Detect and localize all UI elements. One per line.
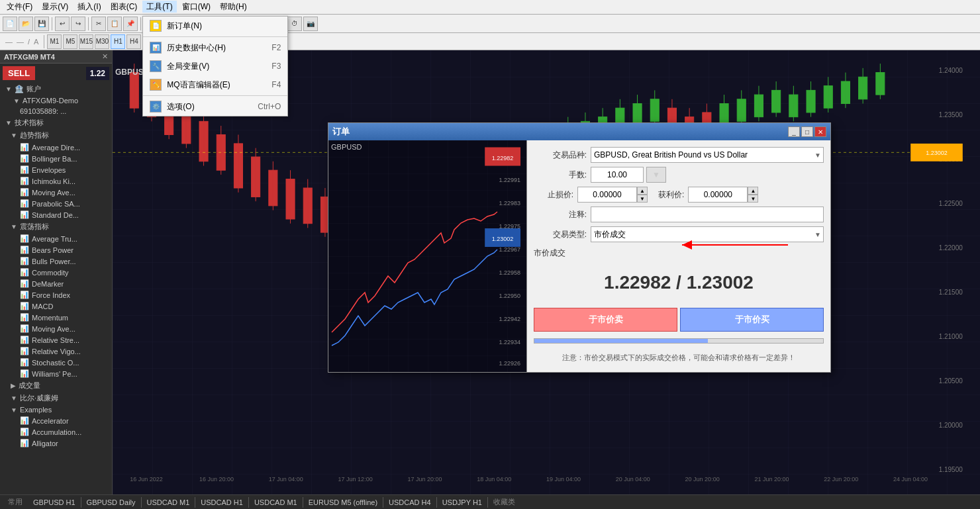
tb-redo[interactable]: ↪ bbox=[71, 17, 85, 31]
tree-commodity[interactable]: 📊 Commodity bbox=[0, 267, 112, 278]
menu-insert[interactable]: 插入(I) bbox=[74, 0, 105, 14]
tf-m15[interactable]: M15 bbox=[79, 34, 93, 49]
action-buttons: 于市价卖 于市价买 bbox=[534, 308, 824, 332]
tree-account-name[interactable]: ▼ ATFXGM9-Demo bbox=[0, 95, 112, 106]
movingave1-label: Moving Ave... bbox=[32, 189, 75, 197]
tree-momentum[interactable]: 📊 Momentum bbox=[0, 312, 112, 323]
tree-demarker[interactable]: 📊 DeMarker bbox=[0, 278, 112, 289]
tree-envelopes[interactable]: 📊 Envelopes bbox=[0, 164, 112, 175]
dropdown-new-order[interactable]: 📄 新订单(N) bbox=[143, 17, 287, 35]
tb-cut[interactable]: ✂ bbox=[91, 17, 106, 31]
tree-accumulation[interactable]: 📊 Accumulation... bbox=[0, 426, 112, 438]
lots-dropdown-btn[interactable]: ▼ bbox=[646, 167, 666, 183]
dropdown-history[interactable]: 📊 历史数据中心(H) F2 bbox=[143, 38, 287, 57]
tree-stochastic[interactable]: 📊 Stochastic O... bbox=[0, 357, 112, 368]
comment-input[interactable] bbox=[591, 207, 824, 222]
menu-tools[interactable]: 工具(T) bbox=[142, 1, 176, 13]
svg-text:16 Jun 2022: 16 Jun 2022 bbox=[130, 476, 163, 483]
tree-ichimoku[interactable]: 📊 Ichimoku Ki... bbox=[0, 175, 112, 187]
tree-bill-group[interactable]: ▼ 比尔·威廉姆 bbox=[0, 392, 112, 404]
svg-text:17 Jun 04:00: 17 Jun 04:00 bbox=[269, 476, 303, 483]
tf-h1[interactable]: H1 bbox=[111, 34, 125, 49]
status-tab-usdcad-m1-2[interactable]: USDCAD M1 bbox=[249, 497, 303, 508]
status-tab-usdcad-m1-1[interactable]: USDCAD M1 bbox=[142, 497, 196, 508]
menu-chart[interactable]: 图表(C) bbox=[107, 0, 142, 14]
tree-bearspower[interactable]: 📊 Bears Power bbox=[0, 244, 112, 255]
menu-help[interactable]: 帮助(H) bbox=[216, 0, 251, 14]
stoploss-up-btn[interactable]: ▲ bbox=[637, 187, 648, 195]
tree-macd[interactable]: 📊 MACD bbox=[0, 301, 112, 312]
svg-text:1.22991: 1.22991 bbox=[499, 177, 520, 183]
tree-movingave2[interactable]: 📊 Moving Ave... bbox=[0, 323, 112, 334]
panel-header: ATFXGM9 MT4 ✕ bbox=[0, 50, 112, 64]
takeprofit-down-btn[interactable]: ▼ bbox=[748, 195, 758, 203]
tb-open[interactable]: 📂 bbox=[19, 17, 33, 31]
tree-volume-group[interactable]: ▶ 成交量 bbox=[0, 379, 112, 392]
tf-m5[interactable]: M5 bbox=[63, 34, 77, 49]
menu-view[interactable]: 显示(V) bbox=[38, 0, 72, 14]
menu-window[interactable]: 窗口(W) bbox=[178, 0, 215, 14]
tree-account-id[interactable]: 691035889: ... bbox=[0, 106, 112, 116]
tree-relativevigo[interactable]: 📊 Relative Vigo... bbox=[0, 346, 112, 357]
tree-parabolicsa[interactable]: 📊 Parabolic SA... bbox=[0, 198, 112, 209]
status-tab-gbpusd-daily[interactable]: GBPUSD Daily bbox=[81, 497, 142, 508]
tree-movingave1[interactable]: 📊 Moving Ave... bbox=[0, 187, 112, 198]
editor-icon: ✏️ bbox=[150, 79, 162, 91]
tb-timer[interactable]: ⏱ bbox=[287, 17, 302, 31]
tree-williams[interactable]: 📊 Williams' Pe... bbox=[0, 368, 112, 379]
buy-market-btn[interactable]: 于市价买 bbox=[680, 308, 824, 332]
sell-button[interactable]: SELL bbox=[3, 66, 35, 80]
tb-save[interactable]: 💾 bbox=[34, 17, 49, 31]
stoploss-input[interactable] bbox=[577, 187, 637, 203]
tree-bollinger[interactable]: 📊 Bollinger Ba... bbox=[0, 153, 112, 164]
tree-forceindex[interactable]: 📊 Force Index bbox=[0, 289, 112, 301]
dialog-close-btn[interactable]: ✕ bbox=[814, 126, 826, 137]
menu-file[interactable]: 文件(F) bbox=[3, 0, 36, 14]
tree-bullspower[interactable]: 📊 Bulls Power... bbox=[0, 255, 112, 267]
status-tab-usdjpy-h1[interactable]: USDJPY H1 bbox=[437, 497, 488, 508]
svg-text:1.21500: 1.21500 bbox=[939, 289, 963, 296]
tree-relativestre[interactable]: 📊 Relative Stre... bbox=[0, 334, 112, 346]
tree-examples-group[interactable]: ▼ Examples bbox=[0, 404, 112, 415]
comment-label: 注释: bbox=[534, 209, 587, 220]
tree-accelerator[interactable]: 📊 Accelerator bbox=[0, 415, 112, 426]
tree-avgdire[interactable]: 📊 Average Dire... bbox=[0, 142, 112, 153]
tree-tech-indicators[interactable]: ▼ 技术指标 bbox=[0, 116, 112, 129]
takeprofit-input[interactable] bbox=[688, 187, 748, 203]
tb-undo[interactable]: ↩ bbox=[55, 17, 70, 31]
tf-m30[interactable]: M30 bbox=[95, 34, 109, 49]
status-tab-usdcad-h1[interactable]: USDCAD H1 bbox=[195, 497, 249, 508]
dialog-maximize-btn[interactable]: □ bbox=[801, 126, 813, 137]
ichimoku-icon: 📊 bbox=[20, 177, 29, 185]
tb-copy[interactable]: 📋 bbox=[107, 17, 122, 31]
tf-m1[interactable]: M1 bbox=[47, 34, 62, 49]
status-tab-usdcad-h4[interactable]: USDCAD H4 bbox=[383, 497, 437, 508]
lots-input[interactable] bbox=[591, 167, 644, 183]
dropdown-editor[interactable]: ✏️ MQ语言编辑器(E) F4 bbox=[143, 75, 287, 94]
dropdown-options[interactable]: ⚙️ 选项(O) Ctrl+O bbox=[143, 97, 287, 116]
tree-standardde[interactable]: 📊 Standard De... bbox=[0, 209, 112, 220]
tree-alligator[interactable]: 📊 Alligator bbox=[0, 438, 112, 449]
status-tab-gbpusd-h1[interactable]: GBPUSD H1 bbox=[28, 497, 81, 508]
dialog-minimize-btn[interactable]: _ bbox=[788, 126, 800, 137]
takeprofit-up-btn[interactable]: ▲ bbox=[748, 187, 758, 195]
sell-market-btn[interactable]: 于市价卖 bbox=[534, 308, 677, 332]
dialog-mini-chart: GBPUSD 1.22999 1.22991 1.22983 1.22975 1… bbox=[328, 140, 527, 372]
panel-close-btn[interactable]: ✕ bbox=[102, 52, 108, 61]
tb-paste[interactable]: 📌 bbox=[123, 17, 138, 31]
tree-oscillator-group[interactable]: ▼ 震荡指标 bbox=[0, 220, 112, 233]
stoploss-down-btn[interactable]: ▼ bbox=[637, 195, 648, 203]
tb-screenshot[interactable]: 📷 bbox=[303, 17, 318, 31]
tf-h4[interactable]: H4 bbox=[126, 34, 141, 49]
tree-account-group[interactable]: ▼ 🏦 账户 bbox=[0, 83, 112, 95]
tree-avgtrue[interactable]: 📊 Average Tru... bbox=[0, 233, 112, 244]
tree-trend-group[interactable]: ▼ 趋势指标 bbox=[0, 129, 112, 142]
accumulation-label: Accumulation... bbox=[32, 428, 81, 436]
symbol-select[interactable]: GBPUSD, Great British Pound vs US Dollar bbox=[591, 147, 824, 163]
status-tab-eurusd-offline[interactable]: EURUSD M5 (offline) bbox=[303, 497, 383, 508]
avgtrue-icon: 📊 bbox=[20, 234, 29, 243]
tb-new[interactable]: 📄 bbox=[3, 17, 17, 31]
dialog-chart-symbol: GBPUSD bbox=[331, 143, 362, 151]
tb2-sep1 bbox=[44, 35, 44, 48]
dropdown-globalvars[interactable]: 🔧 全局变量(V) F3 bbox=[143, 57, 287, 75]
